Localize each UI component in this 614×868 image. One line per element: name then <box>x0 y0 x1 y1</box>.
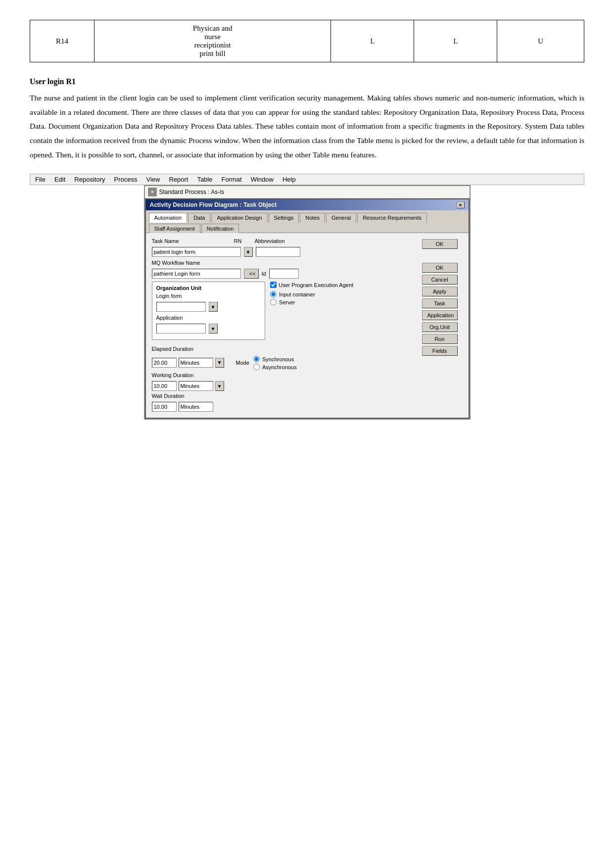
working-value-input[interactable] <box>152 381 177 391</box>
tab-data[interactable]: Data <box>188 213 210 223</box>
wait-unit-input[interactable] <box>179 402 213 412</box>
id-input[interactable] <box>269 269 299 279</box>
dialog: Activity Decision Flow Diagram : Task Ob… <box>145 198 470 419</box>
ok-button[interactable]: OK <box>422 263 458 273</box>
task-name-dropdown[interactable]: ▼ <box>244 247 253 257</box>
elapsed-unit-input[interactable] <box>179 358 213 368</box>
synchronous-radio[interactable] <box>253 356 260 362</box>
task-name-label: Task Name <box>152 238 201 244</box>
table-row: R14 Physican andnursereceiptionistprint … <box>30 20 584 62</box>
mq-workflow-input-row: << Id <box>152 269 418 279</box>
rn-label: RN <box>234 238 242 244</box>
run-button[interactable]: Run <box>422 334 458 344</box>
org-unit-section: Organization Unit Login form ▼ Applicati… <box>152 282 266 343</box>
menu-file[interactable]: File <box>35 176 46 183</box>
dialog-title: Activity Decision Flow Diagram : Task Ob… <box>150 201 277 208</box>
menu-format[interactable]: Format <box>222 176 242 183</box>
menu-table[interactable]: Table <box>197 176 212 183</box>
menu-process[interactable]: Process <box>114 176 138 183</box>
arrow-button[interactable]: << <box>244 269 259 279</box>
standard-process-bar: ✦ Standard Process : As-is <box>145 186 470 198</box>
elapsed-unit-dropdown[interactable]: ▼ <box>215 358 224 368</box>
login-form-input-row: ▼ <box>156 302 261 312</box>
application-dropdown[interactable]: ▼ <box>209 324 218 334</box>
row-id: R14 <box>30 20 94 62</box>
task-button[interactable]: Task <box>422 298 458 308</box>
tab-automation[interactable]: Automation <box>149 213 188 223</box>
org-unit-button[interactable]: Org.Unit <box>422 322 458 332</box>
left-form: Task Name RN Abbreviation OK ▼ MQ Workfl… <box>152 238 418 414</box>
menu-repository[interactable]: Repository <box>74 176 105 183</box>
std-process-icon: ✦ <box>148 188 157 196</box>
tab-settings[interactable]: Settings <box>269 213 299 223</box>
asynchronous-label: Asynchronous <box>262 364 297 370</box>
tab-notification[interactable]: Notification <box>201 224 239 233</box>
task-name-input-row: ▼ <box>152 247 418 257</box>
tab-staff-assignment[interactable]: Staff Assignment <box>149 224 200 233</box>
org-unit-group: Organization Unit Login form ▼ Applicati… <box>152 282 266 340</box>
application-label: Application <box>156 315 183 321</box>
row-col5: U <box>497 20 584 62</box>
mq-workflow-label: MQ Workflow Name <box>152 260 201 266</box>
row-col4: L <box>414 20 497 62</box>
login-form-input[interactable] <box>156 302 206 312</box>
fields-button[interactable]: Fields <box>422 346 458 356</box>
input-container-row: Input container <box>270 291 418 297</box>
elapsed-value-input[interactable] <box>152 358 177 368</box>
working-duration-label-row: Working Duration <box>152 372 418 378</box>
working-unit-dropdown[interactable]: ▼ <box>215 381 224 391</box>
abbreviation-label: Abbreviation <box>254 238 284 244</box>
tab-application-design[interactable]: Application Design <box>211 213 267 223</box>
synchronous-row: Synchronous <box>253 356 297 362</box>
elapsed-duration-label-row: Elapsed Duration <box>152 346 418 352</box>
server-label: Server <box>279 299 295 305</box>
dialog-body: Task Name RN Abbreviation OK ▼ MQ Workfl… <box>146 233 469 418</box>
menu-view[interactable]: View <box>146 176 160 183</box>
section-body: The nurse and patient in the client logi… <box>30 91 584 162</box>
menu-report[interactable]: Report <box>169 176 188 183</box>
task-name-input[interactable] <box>152 247 241 257</box>
menu-bar: File Edit Repository Process View Report… <box>30 174 584 185</box>
user-program-section: User Program Execution Agent Input conta… <box>270 282 418 343</box>
login-form-label: Login form <box>156 293 182 299</box>
login-form-dropdown[interactable]: ▼ <box>209 302 218 312</box>
working-duration-input-row: ▼ <box>152 381 418 391</box>
menu-window[interactable]: Window <box>251 176 274 183</box>
asynchronous-row: Asynchronous <box>253 364 297 370</box>
standard-process-label: Standard Process : As-is <box>159 189 224 195</box>
ok-button[interactable]: OK <box>422 239 458 249</box>
org-unit-section-title: Organization Unit <box>156 285 261 291</box>
wait-duration-label: Wait Duration <box>152 393 201 399</box>
cancel-button[interactable]: Cancel <box>422 275 458 285</box>
menu-edit[interactable]: Edit <box>54 176 65 183</box>
abbreviation-input[interactable] <box>256 247 300 257</box>
user-program-label: User Program Execution Agent <box>279 282 353 288</box>
elapsed-duration-label: Elapsed Duration <box>152 346 201 352</box>
main-content-area: Task Name RN Abbreviation OK ▼ MQ Workfl… <box>152 238 463 414</box>
input-container-radio[interactable] <box>270 291 277 297</box>
input-container-label: Input container <box>279 291 315 297</box>
mq-workflow-input[interactable] <box>152 269 241 279</box>
button-column: OK Cancel Apply Task Application Org.Uni… <box>422 263 458 356</box>
mq-workflow-label-row: MQ Workflow Name <box>152 260 418 266</box>
dialog-titlebar: Activity Decision Flow Diagram : Task Ob… <box>146 199 469 210</box>
working-unit-input[interactable] <box>179 381 213 391</box>
org-and-agent-row: Organization Unit Login form ▼ Applicati… <box>152 282 418 343</box>
row-col3: L <box>331 20 414 62</box>
asynchronous-radio[interactable] <box>253 364 260 370</box>
apply-button[interactable]: Apply <box>422 287 458 296</box>
user-program-checkbox[interactable] <box>270 282 277 288</box>
server-radio[interactable] <box>270 299 277 305</box>
menu-help[interactable]: Help <box>283 176 296 183</box>
wait-value-input[interactable] <box>152 402 177 412</box>
task-name-row: Task Name RN Abbreviation OK <box>152 238 418 244</box>
application-button[interactable]: Application <box>422 310 458 320</box>
server-row: Server <box>270 299 418 305</box>
elapsed-duration-input-row: ▼ Mode Synchronous Asynchronous <box>152 355 418 370</box>
mode-radio-group: Synchronous Asynchronous <box>253 356 297 370</box>
tab-resource-requirements[interactable]: Resource Requirements <box>357 213 427 223</box>
application-input[interactable] <box>156 324 206 334</box>
tab-notes[interactable]: Notes <box>300 213 325 223</box>
tab-general[interactable]: General <box>326 213 356 223</box>
dialog-close-button[interactable]: × <box>457 201 465 208</box>
